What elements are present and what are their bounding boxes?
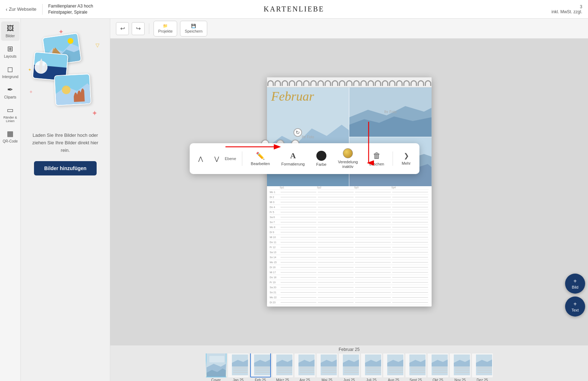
svg-rect-95 — [455, 367, 470, 367]
svg-rect-41 — [255, 367, 270, 367]
sidebar-item-layouts[interactable]: ⊞ Layouts — [1, 42, 20, 61]
svg-rect-35 — [233, 367, 248, 367]
cal-row-22: Mo 22 — [270, 295, 429, 300]
cal-row-7: So 7 — [270, 220, 429, 225]
svg-rect-44 — [255, 372, 270, 373]
thumbnail-1[interactable]: Jan 25 — [228, 353, 249, 381]
top-header: ‹ Zur Webseite Familienplaner A3 hoch Fe… — [0, 0, 588, 19]
photo-slot-top-right[interactable]: Ihr Foto — [349, 87, 432, 137]
formatierung-button[interactable]: A Formatierung — [278, 150, 307, 168]
thumbnail-11[interactable]: Nov 25 — [450, 353, 471, 381]
svg-rect-38 — [233, 372, 248, 373]
calendar-page: Ihr Foto Ihr Foto Ihr Foto — [267, 77, 432, 307]
thumbnail-7[interactable]: Juli 25 — [361, 353, 382, 381]
sidebar-item-qrcode[interactable]: ▦ QR-Code — [1, 126, 20, 146]
sidebar-item-intergrund[interactable]: ◻ Intergrund — [1, 62, 20, 82]
thumbnail-label-6: Juni 25 — [343, 378, 355, 381]
back-arrow-icon: ‹ — [6, 6, 8, 12]
svg-rect-60 — [322, 369, 336, 369]
thumbnail-label-10: Okt 25 — [433, 378, 443, 381]
cal-row-18: Do 18 — [270, 275, 429, 280]
back-label: Zur Webseite — [9, 6, 37, 12]
veredelung-label: Veredelunginaktiv — [338, 160, 358, 169]
content-panel: ✦ + ✦ ▽ ✦ Laden Sie Ihre Bilder hoch ode… — [21, 19, 110, 381]
bearbeiten-button[interactable]: ✏️ Bearbeiten — [248, 150, 273, 167]
sidebar-item-cliparts[interactable]: ✒ Cliparts — [1, 82, 20, 102]
svg-rect-66 — [344, 369, 359, 369]
thumbnail-10[interactable]: Okt 25 — [428, 353, 448, 381]
deco-diamond: ▽ — [96, 42, 99, 48]
bearbeiten-label: Bearbeiten — [251, 161, 270, 166]
add-images-button[interactable]: Bilder hinzufügen — [34, 161, 96, 175]
farbe-button[interactable]: Farbe — [313, 149, 329, 168]
back-link[interactable]: ‹ Zur Webseite — [6, 6, 37, 12]
thumbnail-0[interactable]: Cover — [206, 353, 227, 381]
projekte-button[interactable]: 📁 Projekte — [154, 21, 177, 37]
cal-row-1: Mo 1 — [270, 190, 429, 195]
upload-text: Laden Sie Ihre Bilder hoch oderziehen Si… — [32, 132, 98, 154]
thumbnail-12[interactable]: Dez 25 — [472, 353, 493, 381]
sidebar-label-cliparts: Cliparts — [4, 95, 16, 99]
thumbnail-label-1: Jan 25 — [233, 378, 243, 381]
svg-rect-97 — [455, 371, 470, 371]
spiral-bar — [267, 77, 432, 87]
svg-rect-103 — [477, 371, 492, 371]
add-text-button[interactable]: + Text — [565, 296, 585, 317]
speichern-label: Speichern — [185, 29, 203, 33]
decorative-area: ✦ + ✦ ▽ ✦ — [26, 24, 105, 125]
toolbar: ↩ ↪ 📁 Projekte 💾 Speichern — [110, 19, 588, 39]
loeschen-icon: 🗑 — [373, 151, 381, 160]
mehr-button[interactable]: ❯ Mehr — [399, 150, 413, 167]
cal-row-14: So 14 — [270, 255, 429, 260]
formatierung-label: Formatierung — [281, 162, 305, 166]
cliparts-icon: ✒ — [7, 85, 13, 94]
svg-rect-55 — [300, 371, 314, 371]
svg-rect-50 — [277, 372, 292, 373]
bearbeiten-icon: ✏️ — [256, 151, 265, 160]
sidebar-label-intergrund: Intergrund — [2, 75, 19, 79]
thumbnail-4[interactable]: Apr 25 — [295, 353, 315, 381]
thumbnail-9[interactable]: Sept 25 — [405, 353, 426, 381]
cal-row-23: Di 23 — [270, 300, 429, 305]
ebene-up-button[interactable]: ⋀ — [195, 154, 206, 164]
thumbnail-3[interactable]: März 25 — [272, 353, 293, 381]
raender-icon: ▭ — [7, 106, 14, 114]
ebene-down-button[interactable]: ⋁ — [212, 154, 222, 164]
cal-row-20: Sa 20 — [270, 285, 429, 290]
sidebar-item-raender[interactable]: ▭ Ränder &Linien — [1, 103, 20, 126]
svg-rect-32 — [209, 356, 224, 362]
redo-button[interactable]: ↪ — [132, 22, 145, 35]
svg-rect-67 — [344, 371, 359, 371]
rotate-handle[interactable]: ↻ — [293, 128, 302, 137]
svg-rect-86 — [410, 372, 425, 373]
brand-logo: KARTENLIEBE — [264, 5, 325, 13]
svg-rect-42 — [255, 369, 270, 369]
thumbnail-label-8: Aug 25 — [388, 378, 399, 381]
thumbnail-8[interactable]: Aug 25 — [383, 353, 404, 381]
svg-rect-79 — [388, 371, 403, 371]
header-left: ‹ Zur Webseite Familienplaner A3 hoch Fe… — [6, 3, 93, 15]
add-bild-icon: + — [573, 278, 577, 284]
loeschen-button[interactable]: 🗑 Löschen — [366, 150, 387, 168]
thumbnail-label-9: Sept 25 — [409, 378, 422, 381]
rotate-icon[interactable]: ↻ — [293, 128, 302, 137]
svg-rect-96 — [455, 369, 470, 369]
cal-row-13: Sa 13 — [270, 250, 429, 255]
svg-rect-61 — [322, 371, 336, 371]
thumbnail-6[interactable]: Juni 25 — [339, 353, 360, 381]
thumbnail-label-12: Dez 25 — [477, 378, 488, 381]
sidebar-item-bilder[interactable]: 🖼 Bilder — [1, 21, 20, 41]
cal-row-8: Mo 8 — [270, 225, 429, 230]
speichern-button[interactable]: 💾 Speichern — [180, 21, 207, 37]
add-bild-button[interactable]: + Bild — [565, 274, 585, 294]
intergrund-icon: ◻ — [7, 65, 13, 73]
thumbnail-5[interactable]: Mai 25 — [317, 353, 337, 381]
left-sidebar: 🖼 Bilder ⊞ Layouts ◻ Intergrund ✒ Clipar… — [0, 19, 21, 381]
thumbnail-label-2: Feb 25 — [255, 378, 266, 381]
thumbnail-2[interactable]: Feb 25 — [250, 353, 271, 381]
veredelung-button[interactable]: Veredelunginaktiv — [335, 147, 361, 170]
undo-button[interactable]: ↩ — [116, 22, 129, 35]
toolbar-separator — [149, 23, 149, 34]
cal-row-5: Fr 5 — [270, 210, 429, 215]
cal-row-10: Mi 10 — [270, 235, 429, 240]
